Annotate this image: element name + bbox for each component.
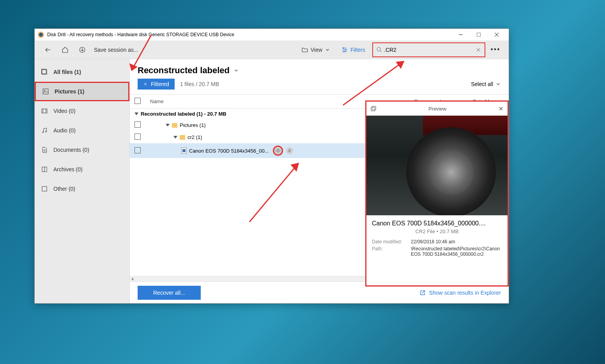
sidebar-item-other[interactable]: Other (0) [35, 179, 129, 199]
save-session-button[interactable]: Save session as... [94, 47, 138, 53]
more-button[interactable]: ••• [488, 46, 502, 54]
titlebar: Disk Drill - All recovery methods - Hard… [35, 29, 509, 40]
close-icon [143, 82, 148, 86]
back-button[interactable] [41, 43, 55, 57]
search-input[interactable] [382, 45, 475, 55]
view-button[interactable]: View [297, 44, 334, 56]
svg-point-20 [44, 90, 45, 91]
sidebar: All files (1) Pictures (1) Video (0) Aud… [35, 59, 130, 303]
window-controls [452, 29, 506, 40]
sidebar-item-audio[interactable]: Audio (0) [35, 121, 129, 140]
sidebar-item-archives[interactable]: Archives (0) [35, 160, 129, 179]
folder-icon [180, 135, 185, 140]
chevron-down-icon [325, 47, 330, 53]
clear-search-icon[interactable] [475, 47, 481, 53]
audio-icon [41, 127, 48, 134]
filtered-chip[interactable]: Filtered [138, 79, 175, 90]
search-box[interactable] [372, 42, 485, 57]
preview-filetype: CR2 File • 20.7 MB [372, 229, 502, 234]
title-dropdown-icon[interactable] [234, 68, 239, 73]
svg-rect-30 [42, 186, 47, 191]
archives-icon [41, 166, 48, 173]
sidebar-item-pictures[interactable]: Pictures (1) [35, 82, 129, 101]
svg-point-24 [42, 132, 44, 133]
preview-panel: Preview Canon EOS 700D 5184x3456_000000.… [365, 100, 509, 287]
svg-rect-34 [372, 106, 376, 110]
preview-path: \Reconstructed labeled\Pictures\cr2\Cano… [411, 246, 502, 257]
maximize-button[interactable] [470, 29, 488, 40]
show-results-link[interactable]: Show scan results in Explorer [419, 289, 501, 296]
svg-rect-1 [477, 33, 481, 37]
preview-filename: Canon EOS 700D 5184x3456_000000.... [372, 220, 502, 227]
preview-image [366, 116, 508, 215]
window-title: Disk Drill - All recovery methods - Hard… [47, 32, 452, 37]
preview-date: 22/09/2018 10:46 am [411, 239, 502, 244]
row-checkbox[interactable] [134, 121, 141, 128]
sidebar-item-video[interactable]: Video (0) [35, 101, 129, 121]
svg-rect-19 [43, 89, 48, 94]
folder-icon [301, 46, 308, 53]
row-checkbox[interactable] [134, 147, 141, 153]
sidebar-item-all-files[interactable]: All files (1) [35, 62, 129, 82]
pictures-icon [42, 88, 49, 95]
app-icon [38, 32, 44, 38]
app-window: Disk Drill - All recovery methods - Hard… [34, 28, 509, 304]
page-title: Reconstructed labeled [138, 65, 230, 76]
files-icon [41, 69, 48, 76]
sidebar-item-documents[interactable]: Documents (0) [35, 140, 129, 160]
toolbar: Save session as... View Filters ••• [35, 40, 509, 59]
documents-icon [41, 146, 48, 153]
file-icon [181, 148, 187, 154]
hash-icon[interactable]: # [286, 147, 293, 154]
svg-point-33 [277, 150, 279, 151]
header-checkbox[interactable] [134, 98, 141, 104]
minimize-button[interactable] [452, 29, 470, 40]
home-button[interactable] [58, 43, 72, 57]
expand-icon[interactable] [134, 113, 138, 115]
close-preview-icon[interactable] [498, 106, 504, 111]
video-icon [41, 107, 48, 114]
svg-line-14 [380, 51, 382, 52]
file-count: 1 files / 20.7 MB [180, 81, 219, 87]
chevron-down-icon [495, 81, 501, 87]
svg-rect-21 [42, 109, 47, 113]
recover-all-button[interactable]: Recover all... [138, 286, 201, 300]
select-all-button[interactable]: Select all [471, 81, 501, 87]
sliders-icon [341, 46, 348, 53]
other-icon [41, 185, 48, 192]
folder-icon [172, 123, 177, 128]
external-link-icon [419, 289, 426, 296]
row-checkbox[interactable] [134, 134, 141, 140]
close-button[interactable] [488, 29, 506, 40]
filters-button[interactable]: Filters [337, 44, 369, 56]
main-content: Reconstructed labeled Filtered 1 files /… [130, 59, 509, 303]
expand-icon[interactable] [166, 124, 170, 127]
svg-point-13 [377, 47, 380, 51]
popout-icon[interactable] [370, 106, 377, 112]
svg-point-25 [45, 131, 46, 132]
preview-eye-icon[interactable] [273, 146, 283, 156]
svg-rect-35 [371, 107, 375, 111]
save-icon[interactable] [75, 43, 89, 57]
preview-title: Preview [377, 106, 498, 112]
expand-icon[interactable] [173, 136, 177, 139]
search-icon [376, 47, 382, 53]
